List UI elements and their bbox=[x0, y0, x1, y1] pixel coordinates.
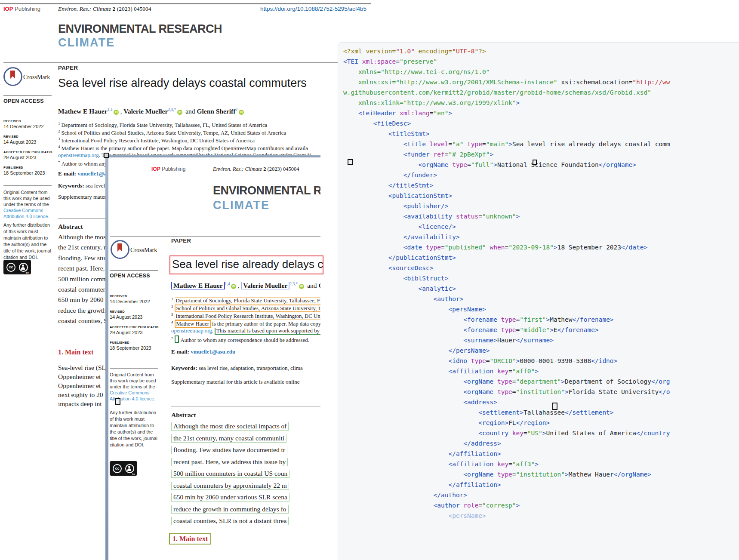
code-token: "aff0" bbox=[512, 368, 535, 375]
author-name: Glenn Sheriff bbox=[197, 108, 235, 115]
abstract-annotation-box: Although the most dire societal impacts … bbox=[171, 422, 289, 431]
code-token: > bbox=[561, 378, 565, 385]
code-line: <surname>Hauer</surname> bbox=[343, 335, 670, 345]
code-token bbox=[343, 151, 403, 158]
affiliation-sup: 3 bbox=[58, 137, 60, 141]
license-paragraph-2: Any further distribution of this work mu… bbox=[3, 222, 52, 261]
doi-link[interactable]: https://doi.org/10.1088/2752-5295/acf4b5 bbox=[260, 6, 366, 12]
code-line: <sourceDesc> bbox=[343, 263, 670, 273]
code-token: </forename> bbox=[573, 316, 614, 323]
resize-handle[interactable] bbox=[115, 398, 120, 405]
code-token bbox=[343, 120, 373, 127]
code-token bbox=[343, 182, 388, 189]
journal-citation: Environ. Res.: Climate 2 (2023) 045004 bbox=[58, 6, 200, 12]
orcid-icon[interactable]: iD bbox=[239, 110, 244, 115]
window-top-edge[interactable] bbox=[105, 155, 320, 157]
orcid-icon[interactable]: iD bbox=[177, 110, 182, 115]
main-text-annotation-box[interactable]: 1. Main text bbox=[169, 533, 211, 545]
date-label: RECEIVED bbox=[110, 294, 159, 298]
code-token bbox=[343, 306, 448, 313]
author-affil-sup: 1,4 bbox=[108, 108, 113, 112]
code-token: <author> bbox=[434, 295, 464, 302]
code-line: <forename type="first">Mathew</forename> bbox=[343, 314, 670, 325]
email-label: E-mail: bbox=[58, 170, 76, 177]
author-name: Mathew E Hauer bbox=[171, 282, 225, 289]
date-block: ACCEPTED FOR PUBLICATION29 August 2023 bbox=[110, 325, 159, 335]
annotated-span: International Food Policy Research Insti… bbox=[175, 313, 321, 320]
resize-handle[interactable] bbox=[552, 403, 557, 410]
orcid-icon[interactable]: iD bbox=[114, 110, 119, 115]
citation-tail: (2023) 045004 bbox=[268, 166, 299, 172]
affiliation-sup: 3 bbox=[171, 312, 173, 317]
code-token bbox=[343, 172, 403, 178]
resize-handle[interactable] bbox=[104, 153, 109, 158]
code-area[interactable]: <?xml version="1.0" encoding="UTF-8"?><T… bbox=[343, 46, 670, 521]
openstreetmap-link[interactable]: openstreetmap.org bbox=[171, 328, 212, 334]
abstract-line: 650 min by 2060 under various SLR scena bbox=[171, 493, 320, 505]
abstract-line: coastal commuters by approximately 22 m bbox=[171, 482, 320, 494]
keywords-text: sea level rise, adaptation, transportati… bbox=[197, 365, 303, 371]
openstreetmap-link[interactable]: openstreetmap.org bbox=[58, 152, 99, 158]
window-left-edge[interactable] bbox=[105, 155, 108, 560]
author-name: Glenn Sheriff bbox=[318, 282, 320, 289]
abstract-line: the 21st century, many coastal communiti bbox=[171, 434, 320, 446]
code-token: 18 September 2023 bbox=[557, 244, 621, 251]
code-token bbox=[343, 337, 463, 344]
code-token bbox=[343, 471, 463, 478]
date-block: PUBLISHED18 September 2023 bbox=[110, 341, 159, 351]
code-line: <address> bbox=[343, 397, 670, 407]
code-token bbox=[343, 254, 388, 261]
date-block: PUBLISHED18 September 2023 bbox=[3, 166, 52, 175]
email-link[interactable]: vmuelle1@asu.edu bbox=[191, 348, 235, 355]
code-token: encoding= bbox=[415, 48, 452, 55]
affiliation-sup: * bbox=[58, 160, 60, 164]
crossmark-icon[interactable] bbox=[111, 240, 129, 259]
code-token: "unknown" bbox=[482, 213, 516, 220]
resize-handle[interactable] bbox=[348, 159, 353, 165]
crossmark-icon[interactable] bbox=[3, 67, 22, 86]
keywords-label: Keywords: bbox=[58, 182, 84, 189]
email-line: E-mail: vmuelle1@asu.edu bbox=[171, 348, 320, 355]
orcid-icon[interactable]: iD bbox=[231, 284, 236, 289]
date-label: PUBLISHED bbox=[110, 341, 159, 345]
abstract-annotation-box: 500 million commuters in coastal US coun bbox=[171, 470, 289, 478]
code-token: </affiliation> bbox=[448, 450, 501, 457]
code-line: </affiliation> bbox=[343, 480, 670, 490]
cc-icon: cc bbox=[113, 464, 122, 473]
code-line: <title level="a" type="main">Sea level r… bbox=[343, 139, 670, 149]
by-label: BY bbox=[26, 272, 29, 274]
affiliation-text: is the primary author of the paper. Map … bbox=[211, 321, 320, 327]
code-token: <forename bbox=[463, 316, 497, 323]
code-token: </titleStmt> bbox=[388, 182, 434, 189]
code-token: <biblStruct> bbox=[403, 275, 449, 282]
code-line: </titleStmt> bbox=[343, 180, 670, 191]
code-token: key bbox=[493, 461, 508, 468]
code-token: xml:space bbox=[358, 58, 396, 65]
code-token: <surname> bbox=[463, 337, 497, 344]
article-dates: RECEIVED14 December 2022REVISED14 August… bbox=[3, 119, 52, 181]
code-token: <orgName bbox=[463, 378, 493, 385]
code-token: </region> bbox=[516, 419, 550, 426]
code-token: ref bbox=[430, 151, 445, 158]
abstract-annotation-box: the 21st century, many coastal communiti bbox=[171, 434, 286, 443]
orcid-icon[interactable]: iD bbox=[299, 284, 304, 289]
code-token: = bbox=[508, 461, 512, 468]
code-line: <publicationStmt> bbox=[343, 191, 670, 201]
author-affil-sup: 2 bbox=[235, 108, 237, 112]
code-token: </orgName> bbox=[599, 161, 636, 168]
code-line: <titleStmt> bbox=[343, 129, 670, 139]
overlay-masthead-subtitle: CLIMATE bbox=[213, 199, 320, 212]
code-line: <orgName type="full">National Science Fo… bbox=[343, 160, 670, 170]
license-paragraph-1: Original Content from this work may be u… bbox=[110, 372, 159, 402]
article-title: Sea level rise already delays coastal co… bbox=[58, 77, 333, 90]
date-value: 29 August 2023 bbox=[110, 330, 159, 335]
title-annotation-box[interactable]: Sea level rise already delays coastal co… bbox=[169, 255, 323, 274]
code-token bbox=[343, 388, 463, 395]
code-token: <region> bbox=[478, 419, 508, 426]
author-name: Mathew E Hauer bbox=[58, 108, 108, 115]
affiliation-sup: 4 bbox=[58, 145, 60, 149]
code-token: E bbox=[554, 326, 557, 333]
resize-handle[interactable] bbox=[533, 160, 537, 165]
creative-commons-link[interactable]: Creative Commons Attribution 4.0 licence… bbox=[3, 208, 49, 219]
code-token: Mathew Hauer bbox=[569, 471, 614, 478]
